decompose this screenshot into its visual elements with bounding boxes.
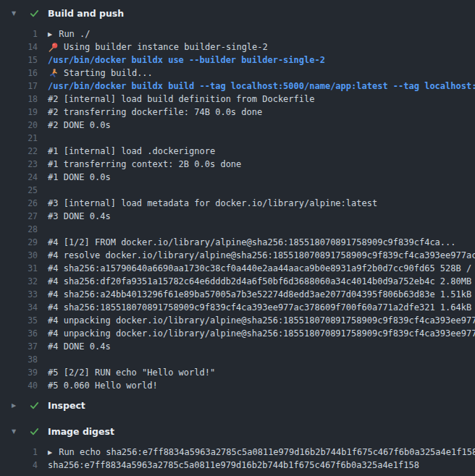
line-number[interactable]: 23 — [0, 159, 38, 169]
log-line: 21 — [0, 132, 475, 145]
log-text: #2 DONE 0.0s — [48, 120, 111, 130]
line-number[interactable]: 1 — [0, 447, 38, 457]
section-title: Image digest — [48, 426, 114, 437]
line-number[interactable]: 31 — [0, 263, 38, 273]
log-text: #4 sha256:df20fa9351a15782c64e6dddb2d4a6… — [48, 276, 475, 286]
log-text: #4 resolve docker.io/library/alpine@sha2… — [48, 250, 475, 260]
line-number[interactable]: 35 — [0, 315, 38, 326]
expand-group-icon[interactable]: ▶ — [48, 449, 52, 456]
log-text: #3 DONE 0.4s — [48, 211, 111, 221]
log-line: 18#2 [internal] load build definition fr… — [0, 93, 475, 106]
line-number[interactable]: 30 — [0, 250, 38, 260]
log-line: 20#2 DONE 0.0s — [0, 119, 475, 132]
line-number[interactable]: 18 — [0, 94, 38, 104]
line-number[interactable]: 40 — [0, 381, 38, 391]
success-check-icon — [29, 425, 41, 437]
log-text: /usr/bin/docker buildx build --tag local… — [48, 81, 475, 91]
log-text: #1 [internal] load .dockerignore — [48, 146, 215, 156]
expand-group-icon[interactable]: ▶ — [48, 31, 52, 38]
chevron-down-icon[interactable]: ▼ — [12, 428, 22, 435]
log-block-build-and-push: 1▶Run ./14Using builder instance builder… — [0, 22, 475, 396]
log-line: 39#5 [2/2] RUN echo "Hello world!" — [0, 366, 475, 379]
line-number[interactable]: 16 — [0, 68, 38, 78]
log-block-image-digest: 1▶Run echo sha256:e7ff8834a5963a2785c5a0… — [0, 441, 475, 475]
success-check-icon — [29, 7, 41, 19]
line-number[interactable]: 15 — [0, 55, 38, 65]
log-line: 15/usr/bin/docker buildx use --builder b… — [0, 54, 475, 67]
log-line: 17/usr/bin/docker buildx build --tag loc… — [0, 80, 475, 93]
log-text: #4 unpacking docker.io/library/alpine@sh… — [48, 328, 475, 339]
log-text: /usr/bin/docker buildx use --builder bui… — [48, 55, 325, 65]
log-line: 37#4 DONE 0.4s — [0, 340, 475, 353]
log-line: 19#2 transferring dockerfile: 74B 0.0s d… — [0, 106, 475, 119]
log-text: Using builder instance builder-single-2 — [64, 42, 268, 52]
log-line: 4sha256:e7ff8834a5963a2785c5a0811e979d16… — [0, 459, 475, 472]
line-number[interactable]: 34 — [0, 302, 38, 313]
log-line: 25 — [0, 184, 475, 197]
log-text: #4 [1/2] FROM docker.io/library/alpine@s… — [48, 237, 456, 247]
line-number[interactable]: 21 — [0, 133, 38, 143]
success-check-icon — [29, 399, 41, 411]
log-line: 34#4 sha256:185518070891758909c9f839cf4c… — [0, 301, 475, 314]
log-text: #1 transferring context: 2B 0.0s done — [48, 159, 241, 169]
log-line: 22#1 [internal] load .dockerignore — [0, 145, 475, 158]
line-number[interactable]: 25 — [0, 185, 38, 195]
log-text: #4 sha256:a24bb4013296f61e89ba57005a7b3e… — [48, 289, 475, 299]
section-header-inspect[interactable]: ▶Inspect — [0, 396, 475, 415]
section-title: Build and push — [48, 8, 124, 19]
line-number[interactable]: 20 — [0, 120, 38, 130]
line-number[interactable]: 26 — [0, 198, 38, 208]
line-number[interactable]: 14 — [0, 42, 38, 52]
log-text: #4 unpacking docker.io/library/alpine@sh… — [48, 315, 475, 326]
chevron-right-icon[interactable]: ▶ — [12, 402, 22, 409]
section-gap — [0, 415, 475, 422]
log-text: #4 sha256:a15790640a6690aa1730c38cf0a440… — [48, 263, 475, 273]
log-line: 28 — [0, 223, 475, 236]
log-line: 14Using builder instance builder-single-… — [0, 41, 475, 54]
log-line: 16Starting build... — [0, 67, 475, 80]
runner-icon — [48, 68, 59, 79]
line-number[interactable]: 38 — [0, 354, 38, 365]
line-number[interactable]: 33 — [0, 289, 38, 299]
line-number[interactable]: 22 — [0, 146, 38, 156]
log-line: 26#3 [internal] load metadata for docker… — [0, 197, 475, 210]
log-line: 1▶Run ./ — [0, 27, 475, 41]
line-number[interactable]: 27 — [0, 211, 38, 221]
line-number[interactable]: 28 — [0, 224, 38, 234]
section-header-image-digest[interactable]: ▼Image digest — [0, 422, 475, 441]
line-number[interactable]: 4 — [0, 460, 38, 470]
log-line: 29#4 [1/2] FROM docker.io/library/alpine… — [0, 236, 475, 249]
line-number[interactable]: 36 — [0, 328, 38, 339]
log-text: sha256:e7ff8834a5963a2785c5a0811e979d16b… — [48, 460, 419, 470]
log-line: 32#4 sha256:df20fa9351a15782c64e6dddb2d4… — [0, 275, 475, 288]
chevron-down-icon[interactable]: ▼ — [12, 10, 22, 17]
log-line: 24#1 DONE 0.0s — [0, 171, 475, 184]
section-header-build-and-push[interactable]: ▼Build and push — [0, 4, 475, 22]
line-number[interactable]: 24 — [0, 172, 38, 182]
line-number[interactable]: 32 — [0, 276, 38, 286]
line-number[interactable]: 1 — [0, 29, 38, 39]
line-number[interactable]: 39 — [0, 367, 38, 378]
log-line: 36#4 unpacking docker.io/library/alpine@… — [0, 327, 475, 340]
log-line: 27#3 DONE 0.4s — [0, 210, 475, 223]
log-text: #1 DONE 0.0s — [48, 172, 111, 182]
log-text: #4 sha256:185518070891758909c9f839cf4ca3… — [48, 302, 475, 313]
log-text: Run ./ — [59, 29, 90, 39]
log-line: 40#5 0.060 Hello world! — [0, 379, 475, 392]
line-number[interactable]: 29 — [0, 237, 38, 247]
log-sections-container: ▼Build and push1▶Run ./14Using builder i… — [0, 4, 475, 475]
section-title: Inspect — [48, 400, 85, 411]
line-number[interactable]: 19 — [0, 107, 38, 117]
log-text: #2 transferring dockerfile: 74B 0.0s don… — [48, 107, 262, 117]
line-number[interactable]: 17 — [0, 81, 38, 91]
log-text: #3 [internal] load metadata for docker.i… — [48, 198, 377, 208]
log-text: #2 [internal] load build definition from… — [48, 94, 314, 104]
log-line: 31#4 sha256:a15790640a6690aa1730c38cf0a4… — [0, 262, 475, 275]
log-text: Run echo sha256:e7ff8834a5963a2785c5a081… — [59, 447, 475, 457]
log-text: #5 0.060 Hello world! — [48, 381, 158, 391]
log-line: 23#1 transferring context: 2B 0.0s done — [0, 158, 475, 171]
line-number[interactable]: 37 — [0, 341, 38, 352]
log-line: 30#4 resolve docker.io/library/alpine@sh… — [0, 249, 475, 262]
log-line: 38 — [0, 353, 475, 366]
log-line: 1▶Run echo sha256:e7ff8834a5963a2785c5a0… — [0, 446, 475, 459]
